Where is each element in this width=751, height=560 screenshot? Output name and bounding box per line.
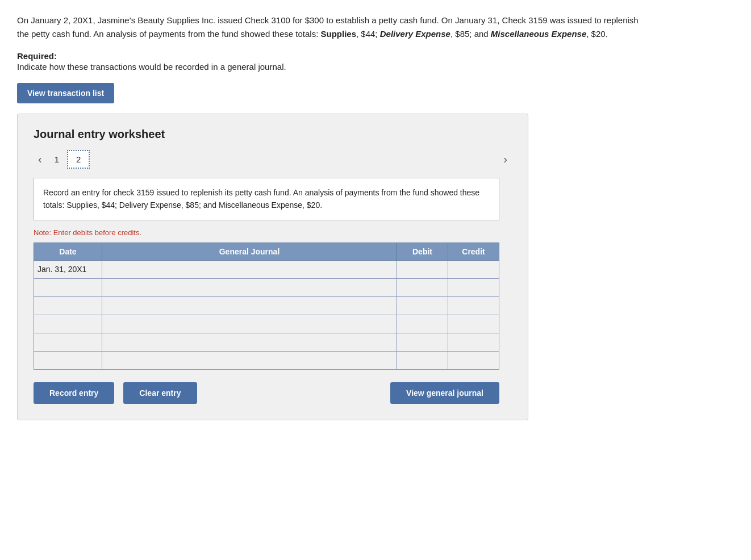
general-journal-cell[interactable]: [102, 351, 397, 369]
general-journal-input[interactable]: [102, 297, 397, 315]
debit-cell[interactable]: [397, 333, 448, 351]
general-journal-input[interactable]: [102, 333, 397, 351]
credit-input[interactable]: [448, 315, 499, 333]
required-text: Indicate how these transactions would be…: [17, 62, 734, 72]
misc-bold: Miscellaneous Expense: [491, 29, 586, 39]
action-buttons: Record entry Clear entry View general jo…: [34, 382, 499, 404]
date-cell: Jan. 31, 20X1: [34, 260, 102, 278]
debit-input[interactable]: [397, 261, 448, 278]
debit-cell[interactable]: [397, 351, 448, 369]
date-cell: [34, 315, 102, 333]
debit-cell[interactable]: [397, 296, 448, 315]
tab-navigation: ‹ 1 2 ›: [34, 150, 512, 169]
journal-table: Date General Journal Debit Credit Jan. 3…: [34, 243, 499, 370]
required-label: Required:: [17, 51, 734, 61]
credit-cell[interactable]: [448, 315, 499, 333]
table-row: [34, 296, 499, 315]
note-text: Note: Enter debits before credits.: [34, 228, 512, 237]
col-header-general-journal: General Journal: [102, 243, 397, 260]
general-journal-cell[interactable]: [102, 315, 397, 333]
debit-input[interactable]: [397, 333, 448, 351]
credit-input[interactable]: [448, 297, 499, 315]
problem-text-part4: , $20.: [586, 29, 608, 39]
general-journal-cell[interactable]: [102, 278, 397, 296]
credit-cell[interactable]: [448, 296, 499, 315]
problem-text: On January 2, 20X1, Jasmine’s Beauty Sup…: [17, 14, 642, 41]
debit-input[interactable]: [397, 279, 448, 296]
general-journal-cell[interactable]: [102, 296, 397, 315]
debit-cell[interactable]: [397, 260, 448, 278]
date-cell: [34, 351, 102, 369]
table-row: [34, 351, 499, 369]
debit-input[interactable]: [397, 315, 448, 333]
journal-entry-worksheet: Journal entry worksheet ‹ 1 2 › Record a…: [17, 114, 528, 420]
record-entry-button[interactable]: Record entry: [34, 382, 114, 404]
debit-input[interactable]: [397, 297, 448, 315]
credit-input[interactable]: [448, 352, 499, 369]
credit-cell[interactable]: [448, 260, 499, 278]
problem-text-part2: , $44;: [356, 29, 380, 39]
debit-cell[interactable]: [397, 315, 448, 333]
general-journal-input[interactable]: [102, 352, 397, 369]
table-row: [34, 333, 499, 351]
debit-cell[interactable]: [397, 278, 448, 296]
date-cell: [34, 278, 102, 296]
credit-input[interactable]: [448, 261, 499, 278]
general-journal-cell[interactable]: [102, 333, 397, 351]
credit-input[interactable]: [448, 333, 499, 351]
date-cell: [34, 333, 102, 351]
table-row: [34, 278, 499, 296]
entry-description: Record an entry for check 3159 issued to…: [34, 178, 499, 220]
col-header-date: Date: [34, 243, 102, 260]
col-header-credit: Credit: [448, 243, 499, 260]
debit-input[interactable]: [397, 352, 448, 369]
next-tab-arrow[interactable]: ›: [499, 152, 512, 167]
general-journal-cell[interactable]: [102, 260, 397, 278]
problem-text-part3: , $85; and: [450, 29, 491, 39]
tab-2[interactable]: 2: [67, 150, 90, 169]
credit-cell[interactable]: [448, 278, 499, 296]
general-journal-input[interactable]: [102, 315, 397, 333]
col-header-debit: Debit: [397, 243, 448, 260]
table-row: Jan. 31, 20X1: [34, 260, 499, 278]
view-transaction-list-button[interactable]: View transaction list: [17, 83, 114, 103]
date-cell: [34, 296, 102, 315]
clear-entry-button[interactable]: Clear entry: [123, 382, 197, 404]
previous-tab-arrow[interactable]: ‹: [34, 152, 47, 167]
table-row: [34, 315, 499, 333]
view-general-journal-button[interactable]: View general journal: [390, 382, 499, 404]
credit-input[interactable]: [448, 279, 499, 296]
tab-1[interactable]: 1: [47, 151, 67, 168]
worksheet-title: Journal entry worksheet: [34, 128, 512, 141]
credit-cell[interactable]: [448, 351, 499, 369]
delivery-bold: Delivery Expense: [380, 29, 450, 39]
general-journal-input[interactable]: [102, 261, 397, 278]
credit-cell[interactable]: [448, 333, 499, 351]
general-journal-input[interactable]: [102, 279, 397, 296]
required-section: Required: Indicate how these transaction…: [17, 51, 734, 72]
supplies-bold: Supplies: [320, 29, 356, 39]
